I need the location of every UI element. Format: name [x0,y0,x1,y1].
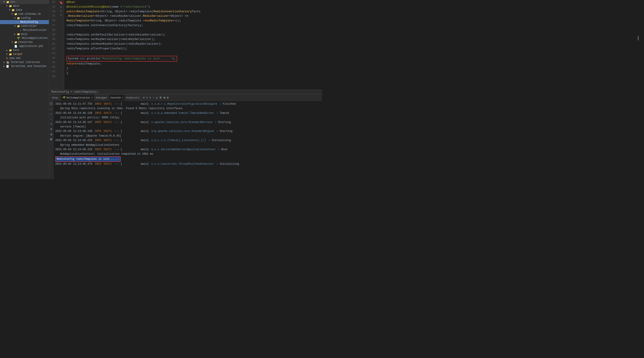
scroll-up-icon[interactable]: ⇑ [50,113,52,116]
tab-label-console: Console [110,96,121,99]
log-level: INFO [93,162,103,166]
pause-icon[interactable]: ⏸ [159,96,162,100]
align-icon[interactable]: ⊟ [166,96,168,100]
code-line-33: @ConditionalOnMissingBean(name = "redisT… [66,5,320,9]
sidebar-label: External Libraries [11,61,40,64]
sidebar-item-test[interactable]: ▶ 📁 test [0,48,49,52]
java-file-icon: ☕ [20,29,21,32]
folder-icon: 📁 [17,33,20,36]
wrap-icon[interactable]: ≡ [50,123,52,126]
print-icon[interactable]: 🖨 [50,133,53,136]
sidebar-item-src[interactable]: ▼ 📁 src [0,0,49,4]
log-class: o.s.d.r.c.RepositoryConfigurationDelegat… [150,102,217,106]
console-arrow-icon: ▸ [122,96,123,99]
log-line: Spring embedded WebApplicationContext [55,143,320,147]
tab-console[interactable]: Console ▸ [109,95,125,101]
error-icon[interactable]: ⬛ [50,102,53,106]
log-thread: main] [123,111,149,115]
folder-icon: 📁 [17,25,20,28]
folder-icon: 📁 [9,5,12,8]
tab-bar[interactable]: ebug: 🌱 HelloApplication ✕ Debugger Cons… [49,95,322,101]
log-class: o.a.c.c.C.[Tomcat].[localhost].[/] [150,138,206,143]
tab-debugger[interactable]: Debugger [94,95,109,101]
log-pid: 58471 [104,129,112,134]
arrow-icon: ▶ [6,49,8,52]
arrow-icon: ▼ [14,25,16,27]
line-num: 47 [51,70,56,74]
sidebar-item-target[interactable]: ▼ 📁 target [0,52,49,56]
console-output[interactable]: 2021-05-04 11:11:47.755 INFO 58471 --- [… [54,101,322,179]
log-date: 2021-05-04 11:14:48.147 [55,120,92,125]
sidebar-item-main[interactable]: ▼ 📁 main [0,4,49,8]
sidebar-label: test [13,49,20,52]
close-icon[interactable]: ✕ [92,96,93,99]
log-date: 2021-05-04 11:11:47.755 [55,102,92,106]
log-pid: 58471 [104,111,112,115]
line-num: 34 [51,9,56,14]
arrow-icon: ▼ [9,9,11,11]
sidebar-item-pomxml[interactable]: m pom.xml [0,56,49,60]
folder-icon: 📁 [17,17,20,20]
log-line: Servlet engine: [Apache Tomcat/9.0.45] [55,134,320,138]
up2-icon[interactable]: ↑ [152,96,154,100]
folder-icon: 📁 [6,1,9,4]
sidebar-item-applicationyml[interactable]: 📄 application.yml [0,44,49,48]
down-icon[interactable]: ↓ [50,118,52,121]
sidebar-item-resources[interactable]: ▼ 📁 resources [0,40,49,44]
annotation: @ConditionalOnMissingBean [66,5,110,9]
arrow-icon: ▼ [12,13,14,15]
settings-icon[interactable]: ⚙ [50,127,52,131]
project-sidebar[interactable]: ▼ 📁 src ▼ 📁 main ▼ 📁 java ▼ 📁 com.itheim… [0,0,49,179]
log-line: service [Tomcat] [55,125,320,129]
line-num: 43 [51,51,56,56]
up-icon[interactable]: ⬆ [150,96,151,100]
log-date: 2021-05-04 11:14:48.215 [55,138,92,143]
sidebar-item-pojo[interactable]: ▶ 📁 pojo [0,32,49,36]
scroll-down-icon[interactable]: ⇓ [50,107,52,111]
sort-icon[interactable]: ≡ [143,96,145,100]
sidebar-item-scratches[interactable]: ▶ 📝 Scratches and Consoles [0,64,49,68]
log-class: o.s.b.w.embedded.tomcat.TomcatWebServer [150,111,214,115]
log-line: 2021-05-04 11:14:48.147 INFO 58471 --- [… [55,120,320,125]
toolbar-icons: ≡ ⬇ ⬆ ↑ ↺ ⏸ ⊞ ⊟ [141,96,170,100]
sidebar-item-controller[interactable]: ▼ 📁 controller [0,24,49,28]
line-num: 48 [51,74,56,79]
log-pid: 58471 [104,138,112,143]
sidebar-item-redisconfig[interactable]: ☕ RedisConfig [0,20,49,24]
log-msg: Spring embedded WebApplicationContext [55,143,120,147]
log-line: 2021-05-04 11:11:47.755 INFO 58471 --- [… [55,102,320,106]
rerun-icon[interactable]: ↺ [156,96,158,100]
log-date: 2021-05-04 11:14:48.215 [55,147,92,152]
tab-endpoints[interactable]: Endpoints [125,95,141,101]
log-msg: : Starting [213,120,231,125]
tab-helloapplication[interactable]: 🌱 HelloApplication ✕ [61,95,94,101]
arrow-icon: ▼ [14,17,16,19]
sidebar-item-java[interactable]: ▼ 📁 java [0,8,49,12]
log-msg: : Starting [215,129,232,134]
sidebar-item-com[interactable]: ▼ 📁 com.itheima.sh [0,12,49,16]
sidebar-label: src [10,1,15,4]
delete-icon[interactable]: 🗑 [50,138,53,141]
log-line: 2021-05-04 11:14:48.148 INFO 58471 --- [… [55,129,320,134]
folder-icon: 📁 [9,53,12,56]
log-msg: initialized with port(s): 9898 (http) [55,115,120,120]
line-num: 41 [51,42,56,47]
sidebar-label: java [16,9,22,12]
log-dash: --- [ [112,147,122,152]
grid-icon[interactable]: ⊞ [164,96,165,100]
spring-icon: 🌱 [62,96,66,99]
code-content[interactable]: @Bean @ConditionalOnMissingBean(name = "… [64,0,322,90]
sidebar-label: main [13,5,20,8]
sidebar-item-hellocontroller[interactable]: ☕ HelloController [0,28,49,32]
code-editor: 32 33 34 35 36 37 38 39 40 41 42 43 44 4… [49,0,322,94]
arrow-icon: ▼ [6,5,8,7]
sidebar-item-external-libraries[interactable]: ▶ 📚 External Libraries [0,60,49,64]
line-num: 36 [51,19,56,23]
arrow-icon: ▼ [12,41,14,43]
sidebar-item-config[interactable]: ▼ 📁 config [0,16,49,20]
line-num: 32 [51,0,56,5]
folder-icon: 📁 [9,49,12,52]
log-dash: --- [ [112,111,122,115]
down-icon[interactable]: ⬇ [146,96,148,100]
sidebar-item-helloapplication[interactable]: 🌱 HelloApplication [0,36,49,40]
